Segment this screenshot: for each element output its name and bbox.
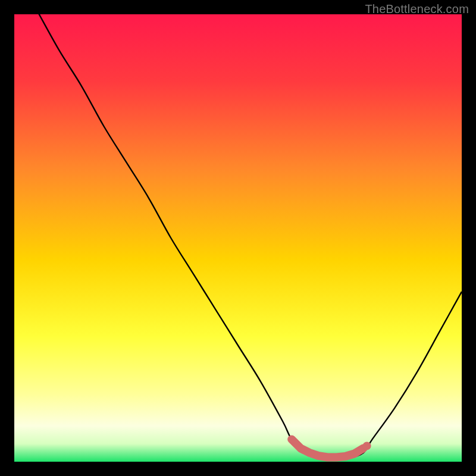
marker-end-dot	[363, 441, 371, 450]
chart-container: TheBottleneck.com	[0, 0, 476, 476]
chart-canvas	[14, 14, 462, 462]
curve-line	[14, 14, 462, 458]
watermark-text: TheBottleneck.com	[365, 2, 469, 16]
optimal-range-marker	[292, 439, 371, 457]
marker-line	[292, 439, 363, 457]
bottleneck-curve	[14, 14, 462, 458]
plot-area	[14, 14, 462, 462]
